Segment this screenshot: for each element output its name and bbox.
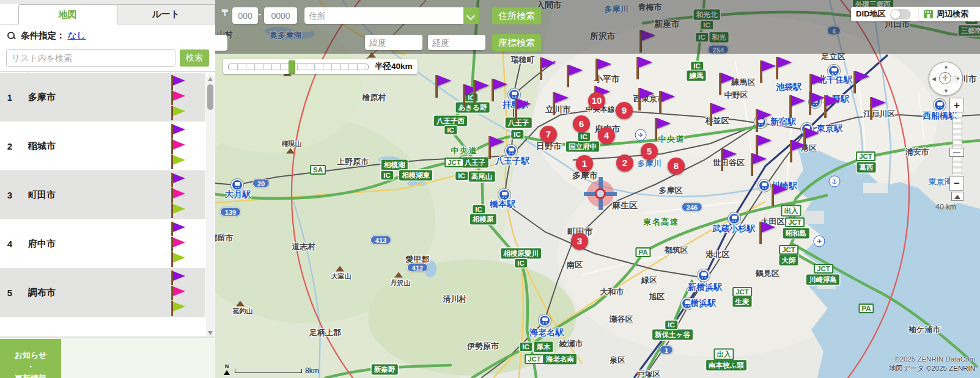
latitude-input[interactable] xyxy=(365,35,422,50)
map-flag-marker[interactable] xyxy=(789,95,792,118)
map-flag-marker[interactable] xyxy=(809,92,811,115)
map-canvas[interactable]: 山村青梅市入間市所沢市新座市川口市足立区瑞穂町檜原村立川市小平市西東京市練馬区中… xyxy=(215,0,980,378)
postal-code-2-input[interactable] xyxy=(264,7,297,24)
map-flag-marker[interactable] xyxy=(721,148,723,171)
map-flag-marker[interactable] xyxy=(492,79,494,101)
address-input[interactable] xyxy=(304,7,463,24)
map-flag-marker[interactable] xyxy=(760,60,762,83)
map-flag-marker[interactable] xyxy=(772,184,774,206)
address-dropdown-button[interactable] xyxy=(463,7,479,24)
coordinate-search-button[interactable]: 座標検索 xyxy=(492,34,541,51)
interchange-badge: 八王子西 xyxy=(434,116,467,126)
map-flag-marker[interactable] xyxy=(719,73,721,95)
table-row[interactable]: 1多摩市 xyxy=(0,73,205,122)
scrollbar-thumb[interactable] xyxy=(207,84,213,110)
map-flag-marker[interactable] xyxy=(655,118,657,140)
map-flag-marker[interactable] xyxy=(488,136,491,159)
numbered-marker-10[interactable]: 10 xyxy=(588,92,605,109)
numbered-marker-5[interactable]: 5 xyxy=(641,143,658,160)
table-row[interactable]: 4府中市 xyxy=(0,219,205,268)
did-toggle[interactable] xyxy=(890,9,911,20)
interchange-badge: IC xyxy=(691,62,703,70)
map-flag-marker[interactable] xyxy=(824,95,827,118)
map-flag-marker[interactable] xyxy=(638,88,641,111)
north-arrow-icon: N xyxy=(224,364,230,375)
pan-center-icon[interactable]: ✛ xyxy=(939,72,951,84)
zoom-slider-handle[interactable] xyxy=(949,148,964,157)
route-number-badge: 412 xyxy=(407,263,428,272)
map-flag-marker[interactable] xyxy=(853,71,856,93)
map-flag-marker[interactable] xyxy=(553,92,555,115)
table-row[interactable]: 2稲城市 xyxy=(0,122,205,170)
postal-code-1-input[interactable] xyxy=(232,7,258,24)
map-label-city: 足立区 xyxy=(822,51,846,62)
mountain-peak-icon xyxy=(367,53,376,58)
shop-icon xyxy=(924,10,933,18)
map-flag-marker[interactable] xyxy=(567,65,569,87)
pan-down-icon[interactable]: ▼ xyxy=(943,88,949,94)
panel-handle[interactable] xyxy=(215,35,227,51)
radius-slider[interactable] xyxy=(228,64,369,70)
map-flag-marker[interactable] xyxy=(515,98,517,121)
table-row[interactable]: 3町田市 xyxy=(0,170,205,219)
map-flag-marker[interactable] xyxy=(790,140,792,162)
radius-slider-handle[interactable] xyxy=(289,60,295,74)
longitude-input[interactable] xyxy=(428,35,485,50)
map-center-crosshair[interactable] xyxy=(579,172,622,215)
map-flag-marker[interactable] xyxy=(595,59,598,81)
map-flag-marker[interactable] xyxy=(636,57,639,79)
zoom-out-button[interactable]: − xyxy=(949,176,964,191)
interchange-badge: 川崎浮島 xyxy=(806,275,839,285)
map-flag-marker[interactable] xyxy=(659,91,661,114)
row-number: 4 xyxy=(0,239,20,249)
pan-left-icon[interactable]: ◀ xyxy=(932,76,936,82)
address-search-button[interactable]: 住所検索 xyxy=(492,7,541,24)
numbered-marker-7[interactable]: 7 xyxy=(540,126,557,143)
notice-button[interactable]: お知らせ ・ 更新情報 xyxy=(0,339,61,378)
map-flag-marker[interactable] xyxy=(759,222,762,244)
pan-control[interactable]: ▲ ▼ ◀ ✦ ✛ xyxy=(929,62,963,96)
junction-badge: JCT xyxy=(814,264,833,274)
nearby-search-button[interactable]: 周辺検索 xyxy=(919,7,980,21)
junction-badge: 出入 xyxy=(714,349,734,360)
numbered-marker-3[interactable]: 3 xyxy=(571,233,588,250)
map-flag-marker[interactable] xyxy=(776,57,778,79)
flag-pink-icon xyxy=(171,90,187,105)
map-label-water: 東京湾 xyxy=(929,176,952,187)
table-row[interactable]: 5調布市 xyxy=(0,268,205,317)
map-flag-marker[interactable] xyxy=(710,103,712,126)
map-flag-marker[interactable] xyxy=(639,30,642,53)
numbered-marker-9[interactable]: 9 xyxy=(616,102,633,119)
map-flag-marker[interactable] xyxy=(751,153,753,176)
scroll-up-arrow-icon[interactable] xyxy=(208,77,213,81)
zoom-in-button[interactable]: + xyxy=(949,98,964,112)
interchange-badge: IC xyxy=(511,130,523,139)
zoom-extent-button[interactable] xyxy=(951,192,963,201)
interchange-badge: IC xyxy=(444,126,457,134)
pan-up-icon[interactable]: ▲ xyxy=(943,64,949,70)
numbered-marker-6[interactable]: 6 xyxy=(573,115,590,133)
numbered-marker-8[interactable]: 8 xyxy=(668,158,685,175)
map-flag-marker[interactable] xyxy=(473,80,476,103)
airport-icon: ✈ xyxy=(814,236,825,247)
numbered-marker-4[interactable]: 4 xyxy=(598,127,615,144)
pan-right-icon[interactable]: ✦ xyxy=(956,76,960,82)
map-flag-marker[interactable] xyxy=(756,109,758,132)
map-flag-marker[interactable] xyxy=(463,84,465,107)
map-flag-marker[interactable] xyxy=(435,75,438,98)
zoom-slider-track[interactable] xyxy=(952,114,962,175)
map-flag-marker[interactable] xyxy=(540,57,542,80)
list-scrollbar[interactable] xyxy=(206,75,215,338)
list-search-input[interactable] xyxy=(6,49,175,67)
flag-green-icon xyxy=(171,106,187,120)
numbered-marker-2[interactable]: 2 xyxy=(616,154,633,172)
numbered-marker-1[interactable]: 1 xyxy=(576,155,593,172)
map-label-city: 戸塚区 xyxy=(637,369,661,378)
tab-route[interactable]: ルート xyxy=(117,4,216,24)
scroll-down-arrow-icon[interactable] xyxy=(208,331,213,335)
condition-value-link[interactable]: なし xyxy=(68,30,86,42)
map-label-highway: 東名高速 xyxy=(643,217,679,228)
tab-map[interactable]: 地図 xyxy=(18,4,117,24)
map-flag-marker[interactable] xyxy=(870,97,872,120)
list-search-button[interactable]: 検索 xyxy=(180,49,209,67)
